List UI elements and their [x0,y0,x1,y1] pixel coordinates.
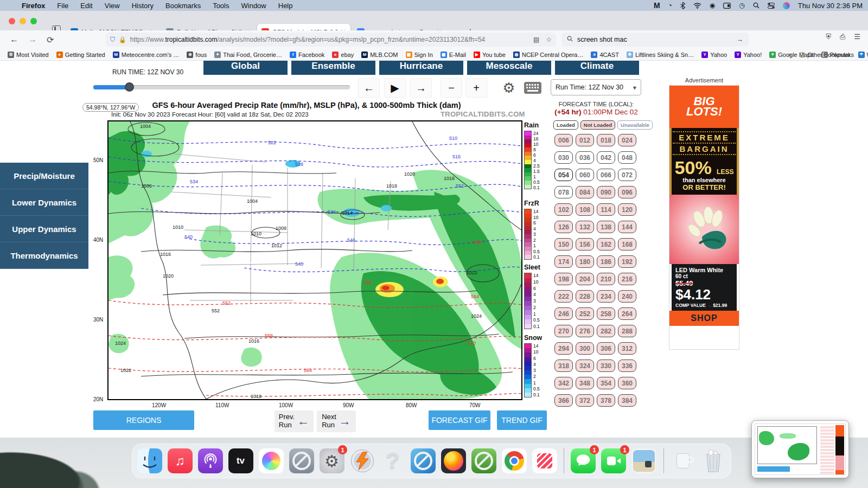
forecast-hour-slider[interactable] [93,85,350,89]
hour-button-246[interactable]: 246 [554,307,573,320]
hour-button-336[interactable]: 336 [618,359,636,372]
messages-dock-icon[interactable]: 1 [571,448,596,474]
settings-dock-icon[interactable]: ⚙1 [319,448,344,474]
hour-button-360[interactable]: 360 [618,377,636,389]
hour-button-006[interactable]: 006 [554,134,573,146]
news-dock-icon[interactable] [532,448,557,474]
hour-button-180[interactable]: 180 [576,255,594,268]
menu-edit[interactable]: Edit [80,2,92,10]
sidebar-upper-dynamics[interactable]: Upper Dynamics [0,216,88,242]
trend-gif-button[interactable]: TREND GIF [497,410,547,430]
blocked-gray-dock-icon[interactable] [289,448,314,474]
user-icon[interactable]: ◉ [710,2,715,9]
slider-thumb[interactable] [125,82,134,92]
help-dock-icon[interactable]: ? [380,448,405,474]
hour-button-348[interactable]: 348 [576,377,594,389]
share-icon[interactable]: ⎙ [840,33,845,41]
site-nav-hurricane[interactable]: Hurricane [379,61,463,75]
bookmark-item[interactable]: ⊕fous [187,52,207,58]
menu-window[interactable]: Window [241,2,266,10]
speed-plus-button[interactable]: + [465,78,487,98]
hour-button-222[interactable]: 222 [554,290,573,303]
hour-button-300[interactable]: 300 [576,342,594,355]
bookmark-item[interactable]: ⚙Most Visited [8,52,49,58]
menu-firefox[interactable]: Firefox [22,2,45,10]
hour-button-156[interactable]: 156 [576,238,594,251]
display-icon[interactable] [723,3,731,9]
firefox-dock-icon[interactable] [441,448,466,474]
music-dock-icon[interactable]: ♫ [167,448,193,474]
hour-button-228[interactable]: 228 [576,290,594,303]
hour-button-234[interactable]: 234 [597,290,615,303]
clock-icon[interactable]: ◷ [739,2,744,9]
bookmark-item[interactable]: eebay [332,52,354,58]
hour-button-366[interactable]: 366 [554,394,573,407]
blocked-green-dock-icon[interactable] [471,448,496,474]
hour-button-198[interactable]: 198 [554,273,573,285]
hour-button-372[interactable]: 372 [576,394,594,407]
hour-button-162[interactable]: 162 [597,238,615,251]
hour-button-318[interactable]: 318 [554,359,573,372]
menu-file[interactable]: File [57,2,68,10]
facetime-dock-icon[interactable]: 1 [601,448,627,474]
run-time-select[interactable]: Run Time: 12Z Nov 30 ▾ [551,79,641,95]
play-button[interactable]: ▶ [384,78,406,98]
forward-button[interactable]: → [28,35,37,44]
photos-dock-icon[interactable] [258,448,284,474]
menu-history[interactable]: History [132,2,154,10]
hour-button-354[interactable]: 354 [597,377,615,389]
bookmark-item[interactable]: ▦Sign In [406,52,433,58]
step-forward-button[interactable]: → [410,78,432,98]
site-nav-ensemble[interactable]: Ensemble [291,61,375,75]
desktop-picture-dock-icon[interactable] [631,448,657,474]
hour-button-048[interactable]: 048 [618,151,636,164]
keyboard-shortcuts-icon[interactable] [522,78,544,98]
back-button[interactable]: ← [10,35,18,44]
hour-button-060[interactable]: 060 [576,169,594,181]
bookmarks-overflow-chevron[interactable]: » [788,51,792,59]
bookmark-item[interactable]: 44CAST [591,52,618,58]
menu-bookmarks[interactable]: Bookmarks [165,2,201,10]
url-bar[interactable]: ⛉ 🔒 https://www.tropicaltidbits.com/anal… [106,33,556,47]
hour-button-378[interactable]: 378 [597,394,615,407]
hour-button-210[interactable]: 210 [597,273,615,285]
hour-button-072[interactable]: 072 [618,169,636,181]
hour-button-078[interactable]: 078 [554,186,573,198]
podcasts-dock-icon[interactable] [197,448,223,474]
bookmark-item[interactable]: ▦E-Mail [441,52,466,58]
hour-button-294[interactable]: 294 [554,342,573,355]
hour-button-084[interactable]: 084 [576,186,594,198]
blocked-blue-dock-icon[interactable] [410,448,436,474]
sidebar-lower-dynamics[interactable]: Lower Dynamics [0,189,88,216]
hour-button-288[interactable]: 288 [618,325,636,337]
hour-button-384[interactable]: 384 [618,394,636,407]
window-minimize-button[interactable] [20,18,26,24]
site-nav-climate[interactable]: Climate [555,61,639,75]
hour-button-186[interactable]: 186 [597,255,615,268]
hour-button-036[interactable]: 036 [576,151,594,164]
bookmark-item[interactable]: ●Getting Started [56,52,105,58]
hour-button-066[interactable]: 066 [597,169,615,181]
next-run-button[interactable]: NextRun → [317,410,356,432]
advertisement[interactable]: BIGLOTS! EXTREME BARGAIN 50% LESS than e… [669,85,739,350]
mug-dock-icon[interactable] [671,448,696,474]
reader-mode-icon[interactable]: ▤ [533,36,539,43]
hour-button-174[interactable]: 174 [554,255,573,268]
site-nav-global[interactable]: Global [203,61,288,75]
hour-button-120[interactable]: 120 [618,203,636,216]
tv-dock-icon[interactable]: tv [228,448,253,474]
bookmark-item[interactable]: YYahoo! [735,52,762,58]
hour-button-168[interactable]: 168 [618,238,636,251]
window-close-button[interactable] [9,18,15,24]
weather-map[interactable]: 100410061010 100410101012 100810141018 1… [107,120,522,400]
search-bar[interactable]: screen shot mac → [561,33,749,47]
speed-minus-button[interactable]: − [441,78,462,98]
wifi-icon[interactable] [693,3,701,9]
bookmark-item[interactable]: ❄Liftlines Skiing & Sn… [627,52,694,58]
ad-shop-button[interactable]: SHOP [669,311,739,326]
menu-help[interactable]: Help [278,2,293,10]
window-zoom-button[interactable] [30,18,37,24]
hour-button-204[interactable]: 204 [576,273,594,285]
hour-button-138[interactable]: 138 [597,221,615,233]
menu-view[interactable]: View [105,2,120,10]
